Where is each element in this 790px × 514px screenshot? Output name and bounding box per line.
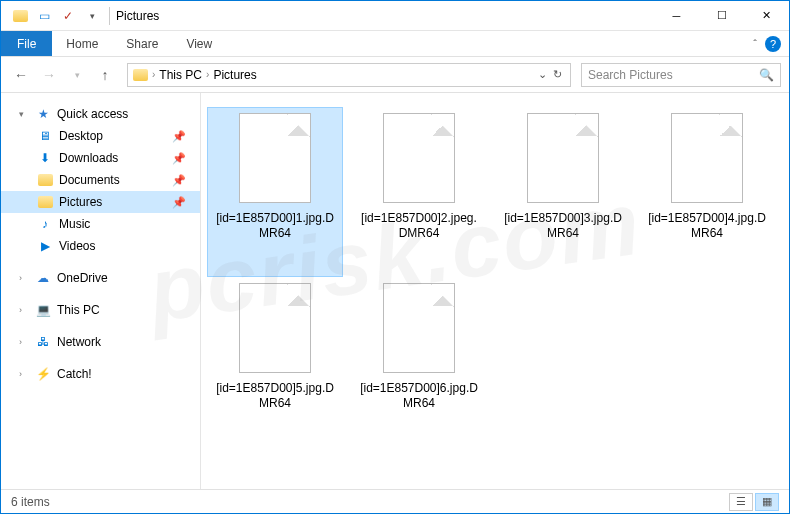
expand-icon[interactable]: ›: [19, 273, 29, 283]
file-item[interactable]: [id=1E857D00]5.jpg.DMR64: [207, 277, 343, 447]
file-name: [id=1E857D00]6.jpg.DMR64: [357, 381, 481, 411]
window-title: Pictures: [116, 9, 159, 23]
file-name: [id=1E857D00]2.jpeg.DMR64: [357, 211, 481, 241]
downloads-icon: ⬇: [37, 150, 53, 166]
file-item[interactable]: [id=1E857D00]4.jpg.DMR64: [639, 107, 775, 277]
window-controls: ─ ☐ ✕: [654, 1, 789, 31]
file-item[interactable]: [id=1E857D00]3.jpg.DMR64: [495, 107, 631, 277]
search-placeholder: Search Pictures: [588, 68, 759, 82]
file-name: [id=1E857D00]1.jpg.DMR64: [213, 211, 337, 241]
generic-file-icon: [239, 283, 311, 373]
tab-home[interactable]: Home: [52, 31, 112, 56]
sidebar-item-music[interactable]: ♪ Music: [1, 213, 200, 235]
generic-file-icon: [383, 283, 455, 373]
sidebar-catch[interactable]: › ⚡ Catch!: [1, 363, 200, 385]
pin-icon: 📌: [172, 174, 186, 187]
file-item[interactable]: [id=1E857D00]1.jpg.DMR64: [207, 107, 343, 277]
navigation-bar: ← → ▾ ↑ › This PC › Pictures ⌄ ↻ Search …: [1, 57, 789, 93]
expand-icon[interactable]: ›: [19, 337, 29, 347]
quick-access-toolbar: ▭ ✓ ▾: [1, 5, 103, 27]
expand-icon[interactable]: ›: [19, 305, 29, 315]
title-bar: ▭ ✓ ▾ Pictures ─ ☐ ✕: [1, 1, 789, 31]
help-icon[interactable]: ?: [765, 36, 781, 52]
icons-view-button[interactable]: ▦: [755, 493, 779, 511]
file-name: [id=1E857D00]4.jpg.DMR64: [645, 211, 769, 241]
separator: [109, 7, 110, 25]
generic-file-icon: [239, 113, 311, 203]
pictures-icon: [37, 194, 53, 210]
maximize-button[interactable]: ☐: [699, 1, 744, 31]
documents-icon: [37, 172, 53, 188]
sidebar-item-downloads[interactable]: ⬇ Downloads 📌: [1, 147, 200, 169]
file-name: [id=1E857D00]3.jpg.DMR64: [501, 211, 625, 241]
explorer-body: ▾ ★ Quick access 🖥 Desktop 📌 ⬇ Downloads…: [1, 93, 789, 491]
sidebar-item-pictures[interactable]: Pictures 📌: [1, 191, 200, 213]
sidebar-item-videos[interactable]: ▶ Videos: [1, 235, 200, 257]
cloud-icon: ☁: [35, 270, 51, 286]
sidebar-this-pc[interactable]: › 💻 This PC: [1, 299, 200, 321]
forward-button[interactable]: →: [37, 63, 61, 87]
file-item[interactable]: [id=1E857D00]6.jpg.DMR64: [351, 277, 487, 447]
catch-icon: ⚡: [35, 366, 51, 382]
qat-dropdown-icon[interactable]: ▾: [81, 5, 103, 27]
file-tab[interactable]: File: [1, 31, 52, 56]
folder-icon: [132, 67, 148, 83]
desktop-icon: 🖥: [37, 128, 53, 144]
music-icon: ♪: [37, 216, 53, 232]
minimize-button[interactable]: ─: [654, 1, 699, 31]
refresh-icon[interactable]: ↻: [553, 68, 562, 81]
breadcrumb-item[interactable]: This PC: [159, 68, 202, 82]
tab-view[interactable]: View: [172, 31, 226, 56]
network-icon: 🖧: [35, 334, 51, 350]
recent-dropdown-icon[interactable]: ▾: [65, 63, 89, 87]
tab-share[interactable]: Share: [112, 31, 172, 56]
sidebar-network[interactable]: › 🖧 Network: [1, 331, 200, 353]
expand-icon[interactable]: ›: [19, 369, 29, 379]
ribbon-tabs: File Home Share View ˆ ?: [1, 31, 789, 57]
videos-icon: ▶: [37, 238, 53, 254]
collapse-ribbon-icon[interactable]: ˆ: [753, 38, 757, 50]
pc-icon: 💻: [35, 302, 51, 318]
chevron-right-icon[interactable]: ›: [152, 69, 155, 80]
breadcrumb-item[interactable]: Pictures: [213, 68, 256, 82]
up-button[interactable]: ↑: [93, 63, 117, 87]
sidebar-onedrive[interactable]: › ☁ OneDrive: [1, 267, 200, 289]
generic-file-icon: [383, 113, 455, 203]
sidebar-item-desktop[interactable]: 🖥 Desktop 📌: [1, 125, 200, 147]
details-view-button[interactable]: ☰: [729, 493, 753, 511]
file-name: [id=1E857D00]5.jpg.DMR64: [213, 381, 337, 411]
pin-icon: 📌: [172, 196, 186, 209]
file-list[interactable]: [id=1E857D00]1.jpg.DMR64 [id=1E857D00]2.…: [201, 93, 789, 491]
chevron-right-icon[interactable]: ›: [206, 69, 209, 80]
navigation-pane: ▾ ★ Quick access 🖥 Desktop 📌 ⬇ Downloads…: [1, 93, 201, 491]
address-bar[interactable]: › This PC › Pictures ⌄ ↻: [127, 63, 571, 87]
status-bar: 6 items ☰ ▦: [1, 489, 789, 513]
sidebar-quick-access[interactable]: ▾ ★ Quick access: [1, 103, 200, 125]
address-dropdown-icon[interactable]: ⌄: [538, 68, 547, 81]
generic-file-icon: [671, 113, 743, 203]
sidebar-item-documents[interactable]: Documents 📌: [1, 169, 200, 191]
pin-icon: 📌: [172, 130, 186, 143]
folder-icon: [9, 5, 31, 27]
close-button[interactable]: ✕: [744, 1, 789, 31]
item-count: 6 items: [11, 495, 50, 509]
back-button[interactable]: ←: [9, 63, 33, 87]
generic-file-icon: [527, 113, 599, 203]
file-item[interactable]: [id=1E857D00]2.jpeg.DMR64: [351, 107, 487, 277]
search-icon: 🔍: [759, 68, 774, 82]
expand-icon[interactable]: ▾: [19, 109, 29, 119]
search-input[interactable]: Search Pictures 🔍: [581, 63, 781, 87]
properties-icon[interactable]: ▭: [33, 5, 55, 27]
star-icon: ★: [35, 106, 51, 122]
new-folder-icon[interactable]: ✓: [57, 5, 79, 27]
pin-icon: 📌: [172, 152, 186, 165]
